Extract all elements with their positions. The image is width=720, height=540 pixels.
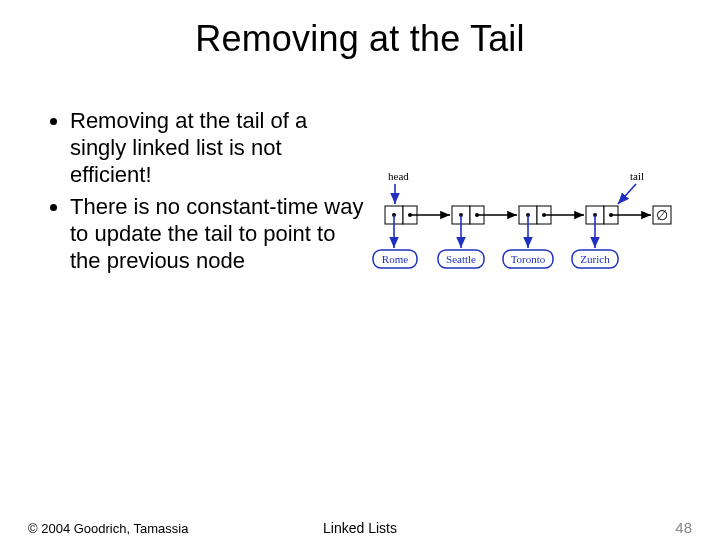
head-label: head bbox=[388, 170, 409, 182]
node-value: Seattle bbox=[446, 253, 476, 265]
list-node bbox=[519, 206, 584, 248]
page-number: 48 bbox=[675, 519, 692, 536]
slide-title: Removing at the Tail bbox=[0, 18, 720, 60]
bullet-list: Removing at the tail of a singly linked … bbox=[48, 108, 368, 281]
data-oval: Zurich bbox=[572, 250, 618, 268]
slide-body: Removing at the tail of a singly linked … bbox=[0, 108, 720, 282]
diagram-svg: head tail bbox=[370, 152, 690, 282]
list-node bbox=[452, 206, 517, 248]
footer-center-text: Linked Lists bbox=[323, 520, 397, 536]
copyright-text: © 2004 Goodrich, Tamassia bbox=[28, 521, 188, 536]
linked-list-diagram: head tail bbox=[368, 108, 692, 282]
tail-pointer-arrow bbox=[618, 184, 636, 204]
data-oval: Toronto bbox=[503, 250, 553, 268]
node-value: Rome bbox=[382, 253, 408, 265]
node-value: Zurich bbox=[580, 253, 610, 265]
node-value: Toronto bbox=[511, 253, 546, 265]
list-node bbox=[586, 206, 651, 248]
slide: Removing at the Tail Removing at the tai… bbox=[0, 18, 720, 540]
slide-footer: © 2004 Goodrich, Tamassia Linked Lists 4… bbox=[0, 519, 720, 536]
data-oval: Rome bbox=[373, 250, 417, 268]
bullet-item: There is no constant-time way to update … bbox=[70, 194, 368, 274]
tail-label: tail bbox=[630, 170, 644, 182]
data-oval: Seattle bbox=[438, 250, 484, 268]
null-terminator: ∅ bbox=[653, 206, 671, 224]
bullet-item: Removing at the tail of a singly linked … bbox=[70, 108, 368, 188]
null-symbol: ∅ bbox=[656, 208, 668, 223]
list-node bbox=[385, 206, 450, 248]
